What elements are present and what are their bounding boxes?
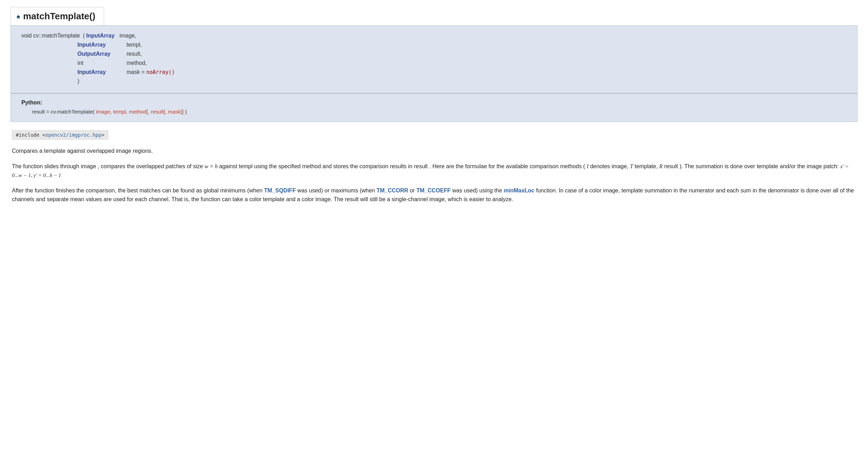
math-R: R bbox=[659, 163, 663, 169]
param-row-4: InputArray mask = noArray() bbox=[77, 68, 175, 77]
math-T: T bbox=[630, 163, 633, 169]
sig-open-paren: ( bbox=[81, 33, 85, 39]
python-section: Python: result = cv.matchTemplate( image… bbox=[11, 94, 857, 122]
include-close: > bbox=[101, 132, 104, 138]
param-type-2: OutputArray bbox=[77, 49, 127, 59]
link-minmaxloc[interactable]: minMaxLoc bbox=[504, 187, 534, 193]
param-row-1: InputArray templ, bbox=[77, 40, 175, 49]
python-code: result = cv.matchTemplate( image, templ,… bbox=[21, 109, 847, 115]
math-I: I bbox=[587, 163, 588, 169]
content-section: #include <opencv2/imgproc.hpp> Compares … bbox=[11, 122, 857, 204]
close-paren-row: ) bbox=[77, 77, 175, 86]
math-wxh: w × h bbox=[205, 163, 218, 169]
sig-prefix: void cv::matchTemplate bbox=[21, 33, 80, 39]
param-type-3: int bbox=[77, 59, 127, 68]
param-name-4: mask = noArray() bbox=[127, 68, 175, 77]
param-row-3: int method, bbox=[77, 59, 175, 68]
link-tm-ccorr[interactable]: TM_CCORR bbox=[376, 187, 408, 193]
signature-block: void cv::matchTemplate ( InputArray imag… bbox=[11, 25, 857, 93]
param-type-1: InputArray bbox=[77, 40, 127, 49]
include-hash: #include < bbox=[16, 132, 45, 138]
include-badge: #include <opencv2/imgproc.hpp> bbox=[12, 130, 108, 139]
param-name-1: templ, bbox=[127, 40, 175, 49]
param-name-2: result, bbox=[127, 49, 175, 59]
diamond-icon: ◆ bbox=[16, 14, 20, 19]
param-row-2: OutputArray result, bbox=[77, 49, 175, 59]
sig-param-type-0: InputArray bbox=[86, 33, 118, 39]
description-2: The function slides through image , comp… bbox=[12, 162, 856, 180]
py-close: ) bbox=[184, 109, 187, 115]
param-type-4: InputArray bbox=[77, 68, 127, 77]
include-path: opencv2/imgproc.hpp bbox=[45, 132, 101, 138]
link-tm-ccoeff[interactable]: TM_CCOEFF bbox=[416, 187, 451, 193]
description-3: After the function finishes the comparis… bbox=[12, 186, 856, 204]
py-params: image, templ, method[, result[, mask]] bbox=[96, 109, 184, 115]
description-1: Compares a template against overlapped i… bbox=[12, 146, 856, 156]
function-header: ◆ matchTemplate() bbox=[11, 7, 857, 25]
close-paren: ) bbox=[77, 77, 175, 86]
python-label: Python: bbox=[21, 100, 847, 106]
function-title: matchTemplate() bbox=[23, 11, 95, 22]
function-title-box: ◆ matchTemplate() bbox=[11, 7, 104, 25]
signature-top-line: void cv::matchTemplate ( InputArray imag… bbox=[21, 33, 847, 39]
py-result-text: result = cv.matchTemplate( bbox=[32, 109, 96, 115]
link-tm-sqdiff[interactable]: TM_SQDIFF bbox=[264, 187, 296, 193]
params-table: InputArray templ, OutputArray result, in… bbox=[77, 40, 847, 86]
params-detail-table: InputArray templ, OutputArray result, in… bbox=[77, 40, 175, 86]
param-name-3: method, bbox=[127, 59, 175, 68]
sig-param-name-0: image, bbox=[119, 33, 136, 39]
math-formula: x′ = 0...w − 1, y′ = 0...h − 1 bbox=[12, 164, 849, 178]
